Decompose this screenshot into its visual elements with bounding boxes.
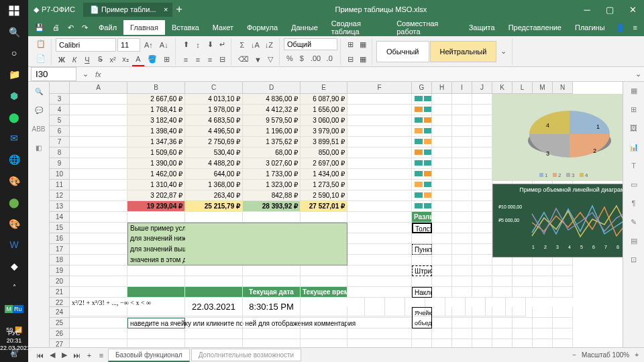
align-center-button[interactable]: ≡ — [192, 53, 204, 66]
dec-inc-button[interactable]: .00 — [308, 52, 323, 65]
mail-icon[interactable]: ✉ — [0, 128, 28, 149]
delete-cells-button[interactable]: ⊟ — [345, 53, 357, 66]
spreadsheet-grid[interactable]: ABCDEFGHIJKLMN32 667,60 ₽4 013,10 ₽4 836… — [50, 82, 623, 347]
style-neutral[interactable]: Нейтральный — [430, 41, 497, 62]
sum-button[interactable]: Σ — [236, 38, 248, 52]
dec-font-button[interactable]: A↓ — [157, 38, 171, 52]
paint-icon[interactable]: 🎨 — [0, 170, 28, 192]
styles-more-button[interactable]: ⌄ — [497, 45, 509, 58]
search-panel-icon[interactable]: 🔍 — [32, 84, 46, 98]
sheet-prev-button[interactable]: ◀ — [46, 349, 58, 362]
numfmt-select[interactable] — [284, 38, 337, 50]
tray-lang-icon[interactable]: М Ru — [0, 298, 28, 320]
line-chart[interactable]: Пример объемной линейной диаграммы ₽10 0… — [492, 184, 623, 257]
wrap-button[interactable]: ↵ — [216, 38, 228, 52]
menu-protect[interactable]: Защита — [462, 20, 502, 35]
clear-button[interactable]: ⌫ — [235, 53, 252, 66]
align-right-button[interactable]: ≡ — [204, 53, 216, 66]
pie-chart[interactable]: 1 2 3 4 1 2 3 4 — [492, 94, 623, 181]
fx-icon[interactable]: fx — [91, 70, 105, 78]
rp3-icon[interactable]: 🖼 — [628, 122, 640, 134]
sheet-next-button[interactable]: ▶ — [58, 349, 70, 362]
menu-view[interactable]: Представление — [502, 20, 568, 35]
strike-button[interactable]: S̶ — [94, 53, 106, 66]
menu-file[interactable]: Файл — [92, 20, 123, 35]
size-select[interactable] — [117, 38, 140, 52]
menu-plugins[interactable]: Плагины — [568, 20, 612, 35]
wps-icon[interactable]: W — [0, 234, 28, 255]
filter-button[interactable]: ▼ — [252, 53, 264, 66]
sort-asc-button[interactable]: ↓A — [248, 38, 262, 52]
italic-button[interactable]: К — [68, 53, 80, 66]
undo-icon[interactable]: ↶ — [64, 21, 78, 35]
user-icon[interactable]: 👤 — [612, 21, 629, 35]
rp4-icon[interactable]: 📊 — [628, 141, 640, 153]
close-button[interactable]: ✕ — [621, 0, 644, 19]
search-icon[interactable]: 🔍 — [0, 21, 28, 43]
borders-button[interactable]: ⊞ — [160, 53, 172, 66]
rp5-icon[interactable]: T — [628, 160, 640, 172]
rp2-icon[interactable]: ⊞ — [628, 103, 640, 115]
menu-formula[interactable]: Формула — [240, 20, 284, 35]
table-fmt-button[interactable]: ▦ — [357, 53, 369, 66]
zoom-out-button[interactable]: − — [572, 351, 576, 359]
filter2-button[interactable]: ▽ — [264, 53, 276, 66]
formula-input[interactable] — [105, 70, 632, 78]
app2-icon[interactable]: ⬤ — [0, 192, 28, 213]
comments-panel-icon[interactable]: 💬 — [32, 103, 46, 117]
font-color-button[interactable]: A — [132, 53, 144, 66]
sheet-tab-1[interactable]: Базовый функционал — [108, 349, 190, 362]
sheet-last-button[interactable]: ⏭ — [70, 349, 83, 362]
align-bot-button[interactable]: ⬇ — [204, 38, 216, 52]
sheet-first-button[interactable]: ⏮ — [34, 349, 46, 362]
sort-desc-button[interactable]: ↓Z — [262, 38, 276, 52]
menu-collab[interactable]: Совместная работа — [390, 16, 462, 39]
lp-icon4[interactable]: ◧ — [32, 141, 46, 154]
zoom-in-button[interactable]: + — [635, 351, 639, 359]
new-tab-button[interactable]: + — [172, 3, 186, 15]
merge-button[interactable]: ⊟ — [216, 53, 228, 66]
save-icon[interactable]: 💾 — [31, 21, 48, 35]
app-icon[interactable]: ⬢ — [0, 85, 28, 107]
menu-home[interactable]: Главная — [123, 20, 165, 35]
insert-cells-button[interactable]: ⊞ — [345, 38, 357, 52]
cortana-icon[interactable]: ○ — [0, 43, 28, 64]
inc-font-button[interactable]: A↑ — [142, 38, 156, 52]
close-tab-icon[interactable]: × — [164, 5, 168, 13]
explorer-icon[interactable]: 📁 — [0, 64, 28, 85]
paste-button[interactable]: 📄 — [34, 52, 48, 66]
add-sheet-button[interactable]: + — [83, 349, 95, 362]
cond-fmt-button[interactable]: ▦ — [357, 38, 369, 52]
cell-ref-input[interactable] — [31, 67, 76, 81]
redo-icon[interactable]: ↷ — [78, 21, 92, 35]
minimize-button[interactable]: ─ — [576, 0, 598, 19]
rp10-icon[interactable]: ⊡ — [628, 253, 640, 265]
underline-button[interactable]: Ч — [81, 53, 93, 66]
bold-button[interactable]: Ж — [56, 53, 68, 66]
align-left-button[interactable]: ≡ — [180, 53, 192, 66]
menu-layout[interactable]: Макет — [206, 20, 240, 35]
sheets-list-button[interactable]: ≡ — [95, 349, 107, 362]
super-button[interactable]: x² — [107, 53, 119, 66]
menu-data[interactable]: Данные — [284, 20, 325, 35]
lp-icon3[interactable]: ABB — [32, 122, 46, 135]
style-normal[interactable]: Обычный — [376, 41, 429, 62]
font-select[interactable] — [56, 38, 116, 52]
document-tab[interactable]: 📄 Пример табли...× — [83, 3, 172, 17]
menu-pivot[interactable]: Сводная таблица — [325, 16, 390, 39]
menu-insert[interactable]: Вставка — [165, 20, 206, 35]
rp7-icon[interactable]: ¶ — [628, 197, 640, 209]
sheet-tab-2[interactable]: Дополнительные возможности — [191, 349, 301, 361]
start-button[interactable] — [0, 0, 28, 21]
rp9-icon[interactable]: ▤ — [628, 235, 640, 247]
menu-more-icon[interactable]: ≡ — [629, 21, 641, 34]
copy-button[interactable]: 📋 — [34, 38, 48, 51]
fill-color-button[interactable]: 🪣 — [145, 53, 160, 66]
dec-dec-button[interactable]: .0 — [323, 52, 335, 65]
chrome-icon[interactable]: 🌐 — [0, 149, 28, 170]
align-top-button[interactable]: ⬆ — [180, 38, 192, 52]
sub-button[interactable]: x₂ — [119, 53, 131, 66]
app3-icon[interactable]: ◆ — [0, 255, 28, 277]
currency-button[interactable]: $ — [296, 52, 308, 65]
tray-up-icon[interactable]: ˄ — [0, 277, 28, 298]
